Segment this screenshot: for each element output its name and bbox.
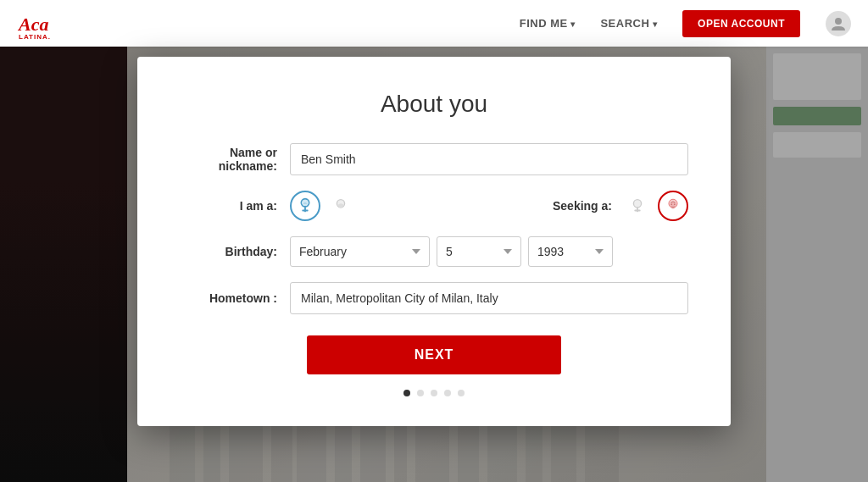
dot-1 [403, 390, 410, 396]
user-icon [830, 15, 847, 32]
svg-text:LATINA.COM: LATINA.COM [19, 33, 51, 41]
seeking-male-icon[interactable] [622, 191, 653, 221]
birthday-selects: February January March April May June Ju… [290, 236, 613, 267]
svg-point-27 [674, 203, 675, 204]
dot-4 [444, 390, 451, 396]
gender-row: I am a: Seeking a: [180, 191, 688, 221]
birthday-label: Birthday: [180, 245, 290, 258]
iam-male-icon[interactable] [290, 191, 320, 221]
iam-gender-group [290, 191, 356, 221]
nav-links: FIND ME SEARCH OPEN ACCOUNT [520, 10, 851, 37]
modal-title: About you [180, 91, 688, 118]
about-you-modal: About you Name or nickname: I am a: [137, 57, 731, 426]
hometown-input[interactable] [290, 282, 688, 314]
month-select[interactable]: February January March April May June Ju… [290, 236, 430, 267]
name-label: Name or nickname: [180, 146, 290, 173]
nav-find-link[interactable]: FIND ME [520, 17, 576, 30]
progress-dots [180, 390, 688, 396]
svg-rect-20 [302, 209, 308, 211]
hometown-row: Hometown : [180, 282, 688, 314]
iam-female-icon[interactable] [326, 191, 356, 221]
seeking-female-icon[interactable] [658, 191, 688, 221]
hometown-label: Hometown : [180, 291, 290, 305]
svg-point-26 [670, 203, 671, 204]
name-row: Name or nickname: [180, 143, 688, 175]
logo: Aca LATINA.COM [17, 7, 51, 41]
svg-point-2 [835, 18, 842, 25]
open-account-button[interactable]: OPEN ACCOUNT [682, 10, 800, 37]
next-button[interactable]: NEXT [307, 335, 561, 374]
logo-icon: Aca LATINA.COM [17, 7, 51, 41]
dot-5 [458, 390, 465, 396]
iam-label: I am a: [180, 199, 290, 213]
dot-2 [417, 390, 424, 396]
navbar: Aca LATINA.COM FIND ME SEARCH OPEN ACCOU… [0, 0, 868, 47]
seeking-label: Seeking a: [553, 199, 612, 213]
name-input[interactable] [290, 143, 688, 175]
svg-point-22 [633, 199, 641, 207]
nav-avatar[interactable] [826, 11, 851, 36]
nav-search-link[interactable]: SEARCH [600, 17, 657, 30]
svg-rect-24 [634, 209, 640, 211]
seeking-gender-group [622, 191, 688, 221]
day-select[interactable]: 5 1 2 3 4 6 7 [437, 236, 521, 267]
dot-3 [431, 390, 437, 396]
svg-rect-23 [637, 207, 638, 212]
year-select[interactable]: 1993 1990 1991 1992 1994 1995 [528, 236, 613, 267]
birthday-row: Birthday: February January March April M… [180, 236, 688, 267]
svg-text:Aca: Aca [17, 14, 48, 35]
